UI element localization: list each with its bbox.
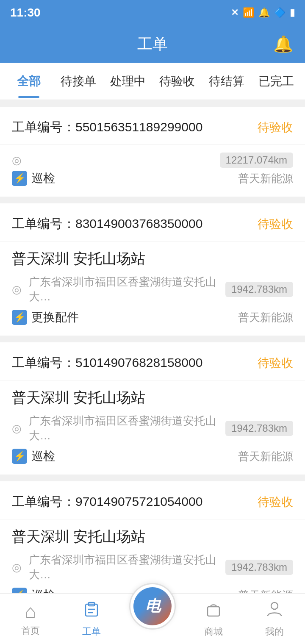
bluetooth-icon: 🔷 (274, 7, 286, 18)
separator-3 (0, 336, 305, 342)
order-number-4: 工单编号：970149075721054000 (12, 493, 202, 511)
station-name-4: 普天深圳 安托山场站 (12, 527, 293, 547)
shop-icon (204, 600, 223, 623)
distance-2: 1942.783km (225, 282, 293, 297)
location-row-4: ◎ 广东省深圳市福田区香蜜湖街道安托山大… 1942.783km (12, 552, 293, 582)
order-status-1: 待验收 (258, 119, 293, 136)
nav-shop[interactable]: 商城 (183, 600, 244, 638)
type-row-2: ⚡ 更换配件 普天新能源 (12, 309, 293, 325)
separator-2 (0, 197, 305, 203)
charge-icon-2: ⚡ (12, 310, 27, 325)
bell-icon[interactable]: 🔔 (273, 35, 293, 53)
location-left-4: ◎ 广东省深圳市福田区香蜜湖街道安托山大… (12, 552, 221, 582)
fab-inner: 电 (133, 587, 172, 625)
order-status-3: 待验收 (258, 355, 293, 371)
work-order-card-1[interactable]: 工单编号：550156351189299000 待验收 ◎ 12217.074k… (0, 107, 305, 197)
location-left-2: ◎ 广东省深圳市福田区香蜜湖街道安托山大… (12, 275, 221, 304)
user-icon (265, 600, 284, 623)
card-header-1: 工单编号：550156351189299000 待验收 (0, 107, 305, 145)
bottom-navigation: ⌂ 首页 工单 电 商城 (0, 593, 305, 644)
time-display: 11:30 (10, 6, 41, 19)
company-3: 普天新能源 (238, 449, 293, 464)
tab-processing[interactable]: 处理中 (103, 65, 152, 98)
separator-1 (0, 100, 305, 107)
home-icon: ⌂ (25, 601, 36, 622)
clipboard-icon (82, 600, 101, 623)
work-order-list: 工单编号：550156351189299000 待验收 ◎ 12217.074k… (0, 100, 305, 644)
location-left-3: ◎ 广东省深圳市福田区香蜜湖街道安托山大… (12, 414, 221, 443)
separator-4 (0, 475, 305, 481)
type-row-3: ⚡ 巡检 普天新能源 (12, 448, 293, 464)
svg-point-5 (271, 602, 278, 609)
location-icon-4: ◎ (12, 561, 25, 574)
order-number-1: 工单编号：550156351189299000 (12, 119, 202, 136)
tab-bar: 全部 待接单 处理中 待验收 待结算 已完工 (0, 63, 305, 100)
distance-1: 12217.074km (220, 153, 293, 168)
order-number-2: 工单编号：830149003768350000 (12, 215, 202, 233)
company-2: 普天新能源 (238, 310, 293, 325)
status-bar: 11:30 ✕ 📶 🔔 🔷 ▮ (0, 0, 305, 25)
card-body-1: ◎ 12217.074km ⚡ 巡检 普天新能源 (0, 145, 305, 197)
svg-rect-4 (208, 607, 219, 616)
x-icon: ✕ (231, 7, 238, 18)
type-row-1: ⚡ 巡检 普天新能源 (12, 170, 293, 186)
work-type-3: 巡检 (31, 448, 55, 464)
card-body-3: 普天深圳 安托山场站 ◎ 广东省深圳市福田区香蜜湖街道安托山大… 1942.78… (0, 380, 305, 475)
nav-workorder[interactable]: 工单 (61, 600, 122, 638)
charge-icon-3: ⚡ (12, 449, 27, 464)
battery-icon: ▮ (290, 7, 295, 18)
location-icon-1: ◎ (12, 154, 25, 167)
location-icon-3: ◎ (12, 422, 25, 435)
nav-shop-label: 商城 (204, 625, 223, 638)
location-icon-2: ◎ (12, 283, 25, 296)
distance-4: 1942.783km (225, 560, 293, 575)
location-row-2: ◎ 广东省深圳市福田区香蜜湖街道安托山大… 1942.783km (12, 275, 293, 304)
type-left-3: ⚡ 巡检 (12, 448, 55, 464)
nav-home[interactable]: ⌂ 首页 (0, 601, 61, 637)
work-order-card-2[interactable]: 工单编号：830149003768350000 待验收 普天深圳 安托山场站 ◎… (0, 203, 305, 336)
order-status-4: 待验收 (258, 494, 293, 510)
vibrate-icon: 🔔 (258, 7, 270, 18)
location-text-2: 广东省深圳市福田区香蜜湖街道安托山大… (29, 275, 221, 304)
tab-all[interactable]: 全部 (4, 65, 54, 98)
order-number-3: 工单编号：510149076828158000 (12, 354, 202, 372)
card-body-2: 普天深圳 安托山场站 ◎ 广东省深圳市福田区香蜜湖街道安托山大… 1942.78… (0, 242, 305, 336)
location-text-4: 广东省深圳市福田区香蜜湖街道安托山大… (29, 552, 221, 582)
fab-circle: 电 (129, 583, 176, 630)
tab-completed[interactable]: 已完工 (251, 65, 301, 98)
tab-pending-accept[interactable]: 待接单 (54, 65, 103, 98)
distance-3: 1942.783km (225, 421, 293, 436)
page-title: 工单 (137, 34, 168, 55)
order-status-2: 待验收 (258, 216, 293, 232)
charge-icon-1: ⚡ (12, 171, 27, 186)
nav-profile[interactable]: 我的 (244, 600, 305, 638)
nav-workorder-label: 工单 (82, 625, 101, 638)
work-order-card-3[interactable]: 工单编号：510149076828158000 待验收 普天深圳 安托山场站 ◎… (0, 342, 305, 475)
status-icons: ✕ 📶 🔔 🔷 ▮ (231, 7, 295, 18)
work-type-2: 更换配件 (31, 309, 79, 325)
header: 工单 🔔 (0, 25, 305, 63)
station-name-2: 普天深圳 安托山场站 (12, 249, 293, 269)
work-type-1: 巡检 (31, 170, 55, 186)
wifi-icon: 📶 (243, 7, 254, 18)
nav-home-label: 首页 (21, 625, 40, 637)
distance-row-1: ◎ 12217.074km (12, 153, 293, 168)
nav-profile-label: 我的 (265, 625, 284, 638)
location-text-3: 广东省深圳市福田区香蜜湖街道安托山大… (29, 414, 221, 443)
tab-pending-settlement[interactable]: 待结算 (202, 65, 252, 98)
fab-logo-text: 电 (145, 596, 160, 616)
company-1: 普天新能源 (238, 171, 293, 186)
card-header-4: 工单编号：970149075721054000 待验收 (0, 481, 305, 519)
tab-pending-inspection[interactable]: 待验收 (152, 65, 202, 98)
nav-fab[interactable]: 电 (122, 596, 183, 642)
location-left-1: ◎ (12, 154, 216, 167)
location-row-3: ◎ 广东省深圳市福田区香蜜湖街道安托山大… 1942.783km (12, 414, 293, 443)
card-header-3: 工单编号：510149076828158000 待验收 (0, 342, 305, 380)
type-left-1: ⚡ 巡检 (12, 170, 55, 186)
simple-type-row-1: ◎ 12217.074km (12, 153, 293, 168)
station-name-3: 普天深圳 安托山场站 (12, 388, 293, 408)
card-header-2: 工单编号：830149003768350000 待验收 (0, 203, 305, 242)
type-left-2: ⚡ 更换配件 (12, 309, 79, 325)
